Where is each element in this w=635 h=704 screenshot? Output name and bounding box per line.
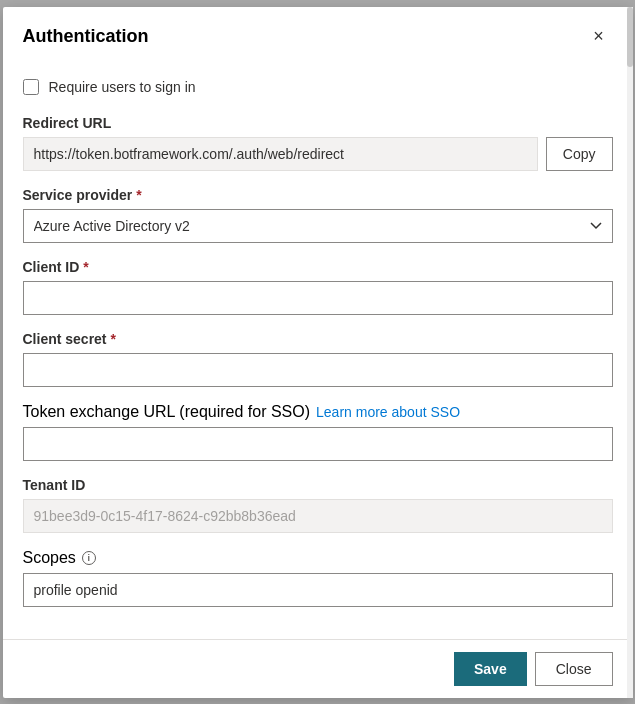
token-exchange-url-input[interactable]	[23, 427, 613, 461]
tenant-id-input	[23, 499, 613, 533]
required-star: *	[111, 331, 116, 347]
client-id-input[interactable]	[23, 281, 613, 315]
tenant-id-label: Tenant ID	[23, 477, 613, 493]
service-provider-group: Service provider * Azure Active Director…	[23, 187, 613, 243]
copy-button[interactable]: Copy	[546, 137, 613, 171]
required-star: *	[136, 187, 141, 203]
scopes-input[interactable]	[23, 573, 613, 607]
close-icon-button[interactable]: ×	[585, 23, 613, 51]
modal-header: Authentication ×	[3, 7, 633, 63]
authentication-modal: Authentication × Require users to sign i…	[3, 7, 633, 698]
require-signin-label: Require users to sign in	[49, 79, 196, 95]
scopes-info-icon[interactable]: i	[82, 551, 96, 565]
redirect-url-group: Redirect URL Copy	[23, 115, 613, 171]
scopes-label: Scopes	[23, 549, 76, 567]
client-secret-label: Client secret *	[23, 331, 613, 347]
require-signin-checkbox[interactable]	[23, 79, 39, 95]
client-secret-group: Client secret *	[23, 331, 613, 387]
scrollbar-thumb[interactable]	[627, 7, 633, 67]
redirect-url-input	[23, 137, 538, 171]
token-exchange-url-group: Token exchange URL (required for SSO) Le…	[23, 403, 613, 461]
redirect-url-label: Redirect URL	[23, 115, 613, 131]
redirect-url-row: Copy	[23, 137, 613, 171]
modal-overlay: Authentication × Require users to sign i…	[0, 0, 635, 704]
service-provider-label: Service provider *	[23, 187, 613, 203]
scrollbar-track[interactable]	[627, 7, 633, 698]
required-star: *	[83, 259, 88, 275]
client-id-group: Client ID *	[23, 259, 613, 315]
service-provider-select[interactable]: Azure Active Directory v2 Google Faceboo…	[23, 209, 613, 243]
client-secret-input[interactable]	[23, 353, 613, 387]
token-exchange-label-row: Token exchange URL (required for SSO) Le…	[23, 403, 613, 421]
save-button[interactable]: Save	[454, 652, 527, 686]
modal-footer: Save Close	[3, 639, 633, 698]
close-icon: ×	[593, 26, 604, 47]
close-button[interactable]: Close	[535, 652, 613, 686]
scopes-group: Scopes i	[23, 549, 613, 607]
token-exchange-url-label: Token exchange URL (required for SSO)	[23, 403, 311, 421]
learn-more-sso-link[interactable]: Learn more about SSO	[316, 404, 460, 420]
require-signin-row: Require users to sign in	[23, 79, 613, 95]
scopes-label-row: Scopes i	[23, 549, 613, 567]
tenant-id-group: Tenant ID	[23, 477, 613, 533]
modal-title: Authentication	[23, 26, 149, 47]
modal-body: Require users to sign in Redirect URL Co…	[3, 63, 633, 639]
client-id-label: Client ID *	[23, 259, 613, 275]
